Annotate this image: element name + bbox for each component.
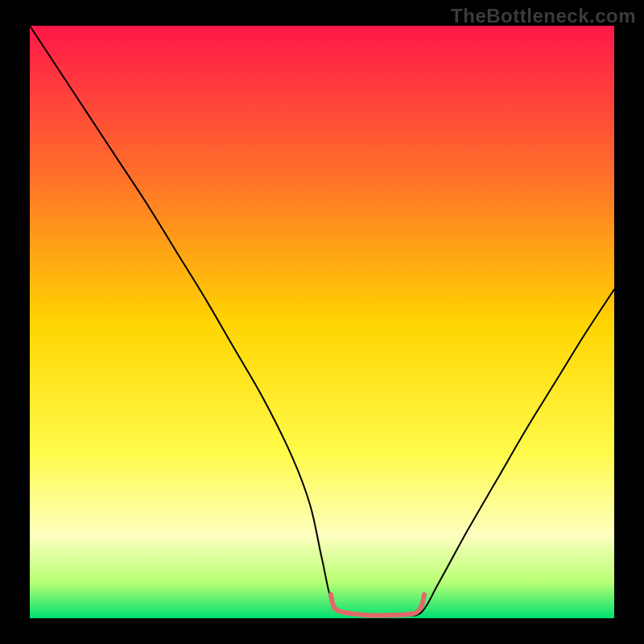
bottleneck-chart <box>0 0 644 644</box>
watermark-text: TheBottleneck.com <box>451 5 636 27</box>
chart-gradient-bg <box>30 26 614 618</box>
chart-frame: TheBottleneck.com <box>0 0 644 644</box>
